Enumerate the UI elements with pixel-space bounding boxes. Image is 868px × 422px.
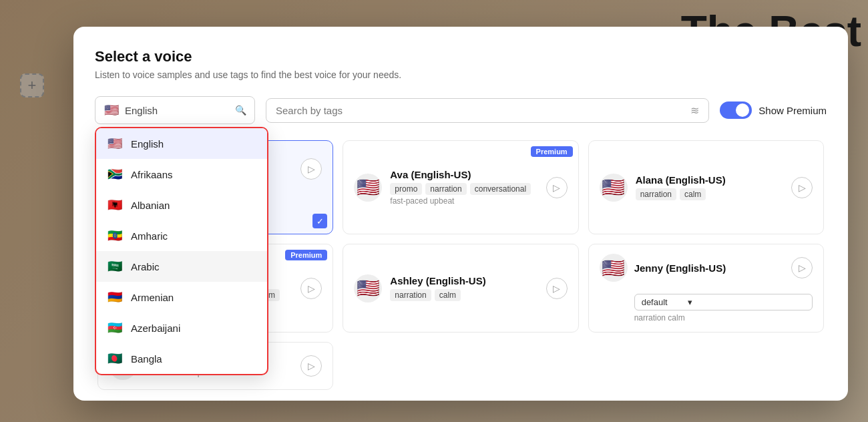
label-arabic: Arabic — [131, 261, 160, 272]
flag-english: 🇺🇸 — [107, 136, 123, 152]
play-btn-jenny[interactable]: ▷ — [791, 257, 813, 278]
label-albanian: Albanian — [131, 200, 170, 211]
flag-bangla: 🇧🇩 — [107, 351, 123, 367]
voice-info-alana: Alana (English-US) narration calm — [636, 174, 783, 200]
premium-toggle-switch[interactable] — [720, 101, 752, 119]
jenny-desc: narration calm — [634, 313, 813, 323]
language-search-icon: 🔍 — [235, 105, 246, 116]
label-bangla: Bangla — [131, 353, 162, 365]
tag-calm-alana: calm — [680, 188, 706, 200]
tags-icon: ≋ — [690, 104, 699, 117]
selected-checkmark: ✓ — [312, 214, 327, 228]
voice-flag-ava: 🇺🇸 — [354, 174, 382, 202]
label-english: English — [131, 138, 164, 150]
tag-narration-alana: narration — [636, 188, 676, 200]
dropdown-item-bangla[interactable]: 🇧🇩 Bangla — [96, 343, 267, 374]
jenny-variant-dropdown[interactable]: default ▾ — [634, 294, 813, 310]
voice-tags-ashley: narration calm — [390, 289, 537, 301]
voice-info-ava: Ava (English-US) promo narration convers… — [390, 169, 537, 206]
play-btn-nicole[interactable]: ▷ — [300, 278, 322, 299]
voice-name-ashley: Ashley (English-US) — [390, 275, 537, 286]
label-afrikaans: Afrikaans — [131, 169, 173, 180]
modal-overlay: Select a voice Listen to voice samples a… — [0, 0, 868, 422]
play-btn-isabel[interactable]: ▷ — [300, 355, 322, 377]
label-armenian: Armenian — [131, 292, 174, 303]
language-input[interactable] — [125, 105, 230, 116]
selected-language-flag: 🇺🇸 — [103, 102, 120, 118]
modal-subtitle: Listen to voice samples and use tags to … — [95, 69, 827, 80]
voice-tags-ava: promo narration conversational — [390, 183, 537, 195]
label-amharic: Amharic — [131, 230, 168, 242]
flag-amharic: 🇪🇹 — [107, 228, 123, 244]
premium-badge-ava: Premium — [531, 146, 573, 157]
play-btn-left[interactable]: ▷ — [300, 158, 322, 180]
tag-conversational-ava: conversational — [470, 183, 531, 195]
voice-card-ava[interactable]: 🇺🇸 Ava (English-US) promo narration conv… — [343, 140, 578, 234]
play-btn-ashley[interactable]: ▷ — [546, 278, 568, 299]
dropdown-item-amharic[interactable]: 🇪🇹 Amharic — [96, 220, 267, 251]
flag-armenian: 🇦🇲 — [107, 289, 123, 305]
voice-flag-alana: 🇺🇸 — [600, 174, 628, 202]
voice-name-alana: Alana (English-US) — [636, 174, 783, 186]
voice-tags-alana: narration calm — [636, 188, 783, 200]
dropdown-item-azerbaijani[interactable]: 🇦🇿 Azerbaijani — [96, 312, 267, 343]
dropdown-item-arabic[interactable]: 🇸🇦 Arabic — [96, 251, 267, 282]
modal-toolbar: 🇺🇸 🔍 🇺🇸 English 🇿🇦 Afrikaans — [95, 96, 827, 124]
label-azerbaijani: Azerbaijani — [131, 323, 180, 334]
tag-calm-ashley: calm — [435, 289, 461, 301]
select-voice-modal: Select a voice Listen to voice samples a… — [73, 27, 848, 401]
language-input-wrapper[interactable]: 🇺🇸 🔍 — [95, 96, 255, 124]
voice-card-ashley[interactable]: 🇺🇸 Ashley (English-US) narration calm ▷ — [343, 244, 578, 333]
flag-azerbaijani: 🇦🇿 — [107, 320, 123, 336]
voice-name-ava: Ava (English-US) — [390, 169, 537, 180]
play-btn-ava[interactable]: ▷ — [546, 177, 568, 198]
language-dropdown[interactable]: 🇺🇸 English 🇿🇦 Afrikaans 🇦🇱 Albanian 🇪🇹 A… — [95, 127, 268, 375]
tag-narration-ashley: narration — [390, 289, 431, 301]
jenny-dropdown-value: default — [642, 297, 668, 307]
flag-arabic: 🇸🇦 — [107, 258, 123, 274]
premium-badge-nicole: Premium — [285, 250, 327, 260]
tags-search[interactable]: ≋ — [266, 98, 709, 123]
dropdown-item-albanian[interactable]: 🇦🇱 Albanian — [96, 190, 267, 220]
flag-albanian: 🇦🇱 — [107, 197, 123, 213]
jenny-chevron-icon: ▾ — [688, 297, 692, 307]
voice-card-jenny[interactable]: 🇺🇸 Jenny (English-US) ▷ default ▾ narrat… — [588, 244, 824, 333]
dropdown-item-afrikaans[interactable]: 🇿🇦 Afrikaans — [96, 159, 267, 190]
dropdown-item-english[interactable]: 🇺🇸 English — [96, 128, 267, 159]
premium-toggle[interactable]: Show Premium — [720, 101, 827, 119]
voice-desc-ava: fast-paced upbeat — [390, 196, 537, 206]
flag-afrikaans: 🇿🇦 — [107, 166, 123, 182]
voice-card-alana[interactable]: 🇺🇸 Alana (English-US) narration calm ▷ — [588, 140, 824, 234]
premium-toggle-label: Show Premium — [758, 105, 827, 116]
voice-flag-jenny: 🇺🇸 — [600, 254, 628, 282]
dropdown-item-armenian[interactable]: 🇦🇲 Armenian — [96, 282, 267, 312]
voice-info-ashley: Ashley (English-US) narration calm — [390, 275, 537, 301]
language-selector[interactable]: 🇺🇸 🔍 🇺🇸 English 🇿🇦 Afrikaans — [95, 96, 255, 124]
tag-narration-ava: narration — [425, 183, 466, 195]
voice-info-jenny: Jenny (English-US) — [634, 262, 785, 274]
tags-input[interactable] — [276, 105, 685, 116]
tag-promo: promo — [390, 183, 422, 195]
voice-name-jenny: Jenny (English-US) — [634, 262, 785, 274]
modal-title: Select a voice — [95, 48, 827, 65]
play-btn-alana[interactable]: ▷ — [791, 177, 813, 198]
voice-flag-ashley: 🇺🇸 — [354, 274, 382, 302]
